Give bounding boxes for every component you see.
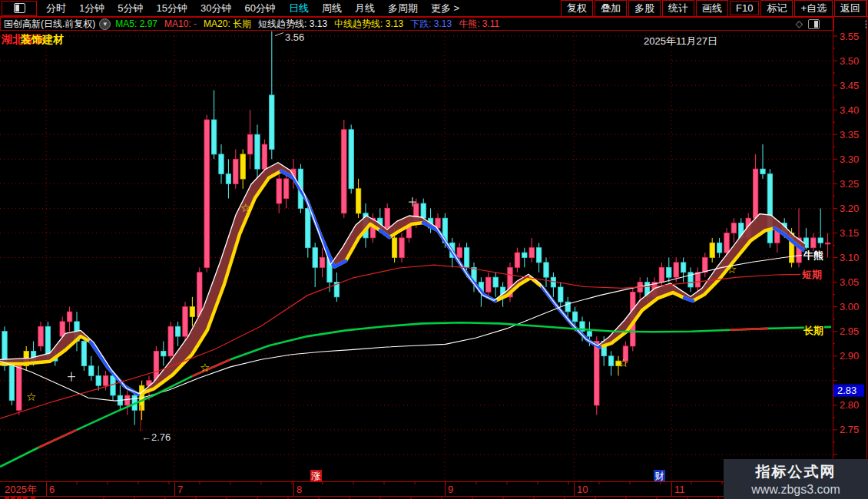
menu-item-1分钟[interactable]: 1分钟 [79,2,104,15]
svg-text:财: 财 [655,471,664,481]
svg-text:3.05: 3.05 [840,276,859,288]
svg-text:3.40: 3.40 [840,104,859,116]
stock-title[interactable]: 国创高新(日线.前复权) [4,18,95,31]
scrollbar-dots[interactable]: ▪▪▪ [865,20,867,29]
svg-text:10: 10 [577,484,588,495]
menu-item-日线[interactable]: 日线 [289,2,309,15]
svg-text:2.75: 2.75 [840,424,859,435]
svg-text:9: 9 [448,484,453,495]
date-annotation: 2025年11月27日 [644,35,717,47]
menu-button-画线[interactable]: 画线 [696,0,728,17]
svg-text:长期: 长期 [803,325,823,336]
svg-text:3.55: 3.55 [840,31,859,42]
menu-item-周线[interactable]: 周线 [322,2,342,15]
indicator-value: MA5: 2.97 [115,18,157,29]
svg-text:2025年: 2025年 [5,484,37,495]
long-term-line [0,322,831,467]
mid-trend-line [0,171,805,395]
menu-item-60分钟[interactable]: 60分钟 [244,2,275,15]
svg-text:3.35: 3.35 [840,129,859,140]
page-panel-icon[interactable] [808,19,820,29]
menu-item-更多 >[interactable]: 更多 > [431,2,459,15]
svg-text:3.56: 3.56 [285,31,304,43]
star-marker: ☆ [26,390,36,403]
svg-text:2.83: 2.83 [837,385,856,396]
candlestick-chart[interactable]: 678910112025年☆☆☆☆☆3.56←2.762025年11月27日湖北… [0,0,868,499]
star-marker: ☆ [618,356,628,369]
svg-text:6: 6 [49,484,55,495]
menu-item-月线[interactable]: 月线 [355,2,375,15]
svg-text:3.45: 3.45 [840,80,859,91]
svg-text:3.30: 3.30 [840,154,859,165]
watermark-url: www.zbgs3.com [751,483,840,497]
watermark-title: 指标公式网 [756,462,837,482]
star-marker: ☆ [727,263,737,276]
svg-text:3.50: 3.50 [840,55,859,67]
svg-text:2.95: 2.95 [840,326,859,337]
tool-menu: 复权叠加多股统计画线F10标记+自选返回 [561,0,866,17]
window-icon [14,3,25,13]
svg-text:3.15: 3.15 [840,227,859,239]
menu-button-+自选[interactable]: +自选 [794,0,833,17]
menu-button-返回[interactable]: 返回 [834,0,866,17]
star-marker: ☆ [240,201,250,214]
sector-label-yellow: 装饰建材 [20,33,64,45]
top-menu-bar: 分时1分钟5分钟15分钟30分钟60分钟日线周线月线多周期更多 > 复权叠加多股… [0,0,868,17]
menu-item-5分钟[interactable]: 5分钟 [118,2,143,15]
window-right-border [866,0,867,499]
info-bar: 国创高新(日线.前复权) ▾ MA5: 2.97MA10: -MA20: 长期短… [0,17,834,31]
period-menu: 分时1分钟5分钟15分钟30分钟60分钟日线周线月线多周期更多 > [46,2,561,15]
svg-text:11: 11 [674,484,685,495]
svg-text:涨: 涨 [311,471,321,481]
indicator-value: 中线趋势线: 3.13 [334,18,403,29]
chevron-down-icon[interactable]: ▾ [99,18,111,30]
downtrend-line [542,287,600,347]
menu-button-复权[interactable]: 复权 [561,0,593,17]
menu-button-F10[interactable]: F10 [730,1,759,15]
svg-text:3.10: 3.10 [840,252,859,263]
app-logo-button[interactable] [2,1,37,16]
indicator-values: MA5: 2.97MA10: -MA20: 长期短线趋势线: 3.13中线趋势线… [115,18,506,31]
menu-button-标记[interactable]: 标记 [760,0,793,17]
svg-text:牛熊: 牛熊 [803,250,823,261]
star-marker: ☆ [200,361,210,374]
candles [2,31,830,425]
menu-button-多股[interactable]: 多股 [628,0,661,17]
menu-item-15分钟[interactable]: 15分钟 [156,2,187,15]
indicator-value: MA20: 长期 [204,18,251,29]
menu-button-统计[interactable]: 统计 [662,0,694,17]
svg-text:7: 7 [177,484,183,495]
svg-text:←2.76: ←2.76 [141,431,171,443]
short-trend-line [0,163,805,394]
stock-app-window: 678910112025年☆☆☆☆☆3.56←2.762025年11月27日湖北… [0,0,868,499]
indicator-value: MA10: - [164,18,197,29]
svg-text:3.20: 3.20 [840,203,859,214]
svg-text:3.00: 3.00 [840,301,859,312]
indicator-value: 短线趋势线: 3.13 [258,18,327,29]
menu-item-30分钟[interactable]: 30分钟 [200,2,231,15]
menu-item-分时[interactable]: 分时 [46,2,66,15]
svg-text:短期: 短期 [801,269,822,280]
svg-text:8: 8 [297,484,302,495]
svg-text:3.25: 3.25 [840,178,859,190]
axis-separator-line [833,17,833,496]
trend-band [0,163,805,395]
svg-text:2.80: 2.80 [840,399,859,411]
diamond-icon[interactable]: ◇ [796,18,803,29]
menu-item-多周期[interactable]: 多周期 [388,2,418,15]
svg-text:2.90: 2.90 [840,350,859,362]
watermark: 指标公式网 www.zbgs3.com [724,459,868,499]
indicator-value: 牛熊: 3.11 [459,18,499,29]
menu-button-叠加[interactable]: 叠加 [595,0,627,17]
indicator-value: 下跌: 3.13 [410,18,452,29]
